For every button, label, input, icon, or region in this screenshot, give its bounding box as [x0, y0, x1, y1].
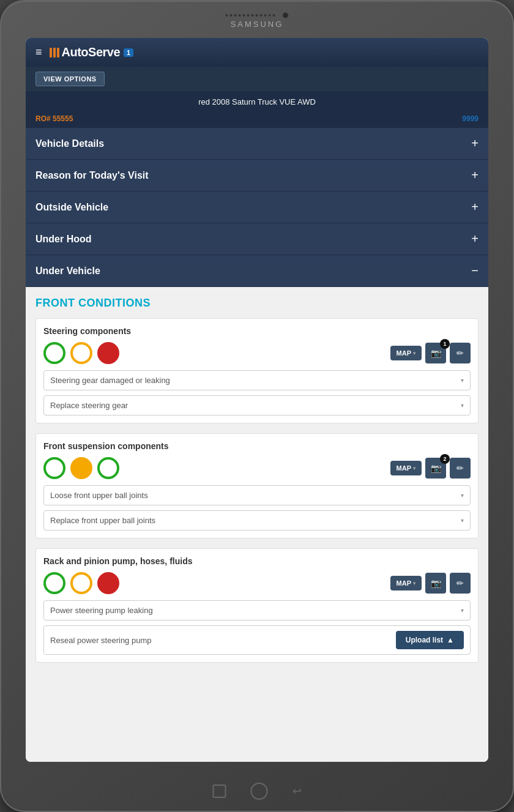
brand-label: SAMSUNG — [231, 20, 284, 29]
suspension-controls: MAP ▾ 📷 2 ✏ — [43, 457, 471, 479]
logo-area: AutoServe 1 — [50, 45, 134, 59]
nav-recents-button[interactable] — [213, 784, 226, 798]
suspension-action-buttons: MAP ▾ 📷 2 ✏ — [390, 458, 471, 479]
accordion-icon-reason-visit: + — [471, 168, 479, 182]
rack-circles — [43, 572, 119, 594]
ro-number: RO# 55555 — [35, 114, 73, 123]
dropdown-arrow-icon-2: ▾ — [461, 402, 464, 409]
steering-camera-button[interactable]: 📷 1 — [425, 343, 446, 363]
accordion-label-reason-visit: Reason for Today's Visit — [35, 170, 149, 181]
map-arrow-icon: ▾ — [413, 351, 415, 356]
dropdown-arrow-icon-4: ▾ — [461, 517, 464, 524]
logo-stripes — [50, 48, 59, 58]
steering-camera-badge: 1 — [440, 339, 450, 349]
accordion-under-hood[interactable]: Under Hood + — [26, 223, 488, 255]
map-arrow-icon-2: ▾ — [413, 466, 415, 471]
app-header: ≡ AutoServe 1 — [26, 38, 488, 67]
rack-action-buttons: MAP ▾ 📷 ✏ — [390, 573, 471, 594]
front-conditions-section: FRONT CONDITIONS Steering components MAP — [26, 287, 488, 682]
accordion-vehicle-details[interactable]: Vehicle Details + — [26, 128, 488, 160]
upload-arrow-icon: ▲ — [447, 636, 454, 644]
suspension-recommendation-dropdown[interactable]: Replace front upper ball joints ▾ — [43, 510, 471, 531]
inspection-item-steering: Steering components MAP ▾ — [35, 318, 479, 423]
front-conditions-title: FRONT CONDITIONS — [35, 297, 479, 310]
nav-home-button[interactable] — [251, 783, 268, 800]
inspection-item-rack: Rack and pinion pump, hoses, fluids MAP … — [35, 548, 479, 663]
logo-badge: 1 — [124, 48, 133, 57]
accordion-label-outside-vehicle: Outside Vehicle — [35, 202, 108, 213]
accordion-label-under-vehicle: Under Vehicle — [35, 266, 100, 277]
device-bottom-nav: ↩ — [213, 783, 302, 800]
rack-item-label: Rack and pinion pump, hoses, fluids — [43, 556, 471, 566]
rack-circle-orange[interactable] — [70, 572, 92, 594]
suspension-camera-button[interactable]: 📷 2 — [425, 458, 446, 479]
accordion-icon-vehicle-details: + — [471, 136, 479, 151]
suspension-map-button[interactable]: MAP ▾ — [390, 461, 422, 475]
rack-recommendation-text: Reseal power steering pump — [50, 636, 151, 645]
rack-edit-button[interactable]: ✏ — [450, 573, 471, 594]
camera-icon-2: 📷 — [431, 463, 441, 473]
steering-circle-red[interactable] — [97, 342, 119, 364]
dropdown-arrow-icon: ▾ — [461, 377, 464, 384]
steering-item-label: Steering components — [43, 326, 471, 336]
accordion-label-under-hood: Under Hood — [35, 234, 92, 245]
rack-recommendation-row[interactable]: Reseal power steering pump Upload list ▲ — [43, 625, 471, 655]
accordion-outside-vehicle[interactable]: Outside Vehicle + — [26, 192, 488, 223]
camera-icon: 📷 — [431, 348, 441, 358]
logo-text: AutoServe — [62, 45, 121, 59]
accordion-icon-under-vehicle: − — [471, 264, 479, 278]
rack-camera-button[interactable]: 📷 — [425, 573, 446, 594]
camera-icon-3: 📷 — [431, 578, 441, 588]
pencil-icon: ✏ — [456, 348, 464, 358]
steering-map-button[interactable]: MAP ▾ — [390, 346, 422, 360]
pencil-icon-3: ✏ — [456, 578, 464, 588]
steering-circle-green[interactable] — [43, 342, 65, 364]
accordion-under-vehicle[interactable]: Under Vehicle − — [26, 255, 488, 287]
dropdown-arrow-icon-5: ▾ — [461, 607, 464, 614]
screen: ≡ AutoServe 1 VIEW OPTIONS red 2008 Satu… — [26, 38, 488, 762]
accordion-label-vehicle-details: Vehicle Details — [35, 138, 104, 149]
device-top-bar — [226, 12, 289, 18]
steering-edit-button[interactable]: ✏ — [450, 343, 471, 363]
tablet-device: SAMSUNG ≡ AutoServe 1 VIEW OPTIONS red 2… — [0, 0, 514, 812]
rack-issue-dropdown[interactable]: Power steering pump leaking ▾ — [43, 600, 471, 620]
pencil-icon-2: ✏ — [456, 463, 464, 473]
dropdown-arrow-icon-3: ▾ — [461, 492, 464, 499]
rack-controls: MAP ▾ 📷 ✏ — [43, 572, 471, 594]
inspection-item-suspension: Front suspension components MAP ▾ — [35, 433, 479, 538]
upload-list-button[interactable]: Upload list ▲ — [396, 631, 464, 649]
steering-controls: MAP ▾ 📷 1 ✏ — [43, 342, 471, 364]
view-options-button[interactable]: VIEW OPTIONS — [35, 72, 105, 86]
steering-action-buttons: MAP ▾ 📷 1 ✏ — [390, 343, 471, 363]
accordion-reason-visit[interactable]: Reason for Today's Visit + — [26, 160, 488, 192]
map-arrow-icon-3: ▾ — [413, 581, 415, 586]
rack-circle-red[interactable] — [97, 572, 119, 594]
rack-map-button[interactable]: MAP ▾ — [390, 576, 422, 590]
view-options-bar: VIEW OPTIONS — [26, 67, 488, 91]
steering-circles — [43, 342, 119, 364]
accordion-icon-outside-vehicle: + — [471, 200, 479, 214]
suspension-camera-badge: 2 — [440, 454, 450, 464]
accordion-icon-under-hood: + — [471, 232, 479, 246]
front-camera — [283, 12, 289, 18]
vehicle-title: red 2008 Saturn Truck VUE AWD — [198, 97, 316, 106]
suspension-circle-green-2[interactable] — [97, 457, 119, 479]
hamburger-icon[interactable]: ≡ — [35, 46, 42, 59]
suspension-circle-yellow[interactable] — [70, 457, 92, 479]
suspension-item-label: Front suspension components — [43, 441, 471, 451]
suspension-circles — [43, 457, 119, 479]
rack-circle-green[interactable] — [43, 572, 65, 594]
suspension-edit-button[interactable]: ✏ — [450, 458, 471, 479]
steering-recommendation-dropdown[interactable]: Replace steering gear ▾ — [43, 395, 471, 415]
nav-back-button[interactable]: ↩ — [292, 784, 302, 798]
ro-right-number: 9999 — [462, 114, 479, 123]
ro-bar: RO# 55555 9999 — [26, 112, 488, 128]
speaker-bar — [226, 14, 275, 17]
main-content: FRONT CONDITIONS Steering components MAP — [26, 287, 488, 762]
steering-issue-dropdown[interactable]: Steering gear damaged or leaking ▾ — [43, 370, 471, 390]
suspension-issue-dropdown[interactable]: Loose front upper ball joints ▾ — [43, 485, 471, 505]
steering-circle-orange[interactable] — [70, 342, 92, 364]
suspension-circle-green[interactable] — [43, 457, 65, 479]
vehicle-info-bar: red 2008 Saturn Truck VUE AWD — [26, 91, 488, 112]
